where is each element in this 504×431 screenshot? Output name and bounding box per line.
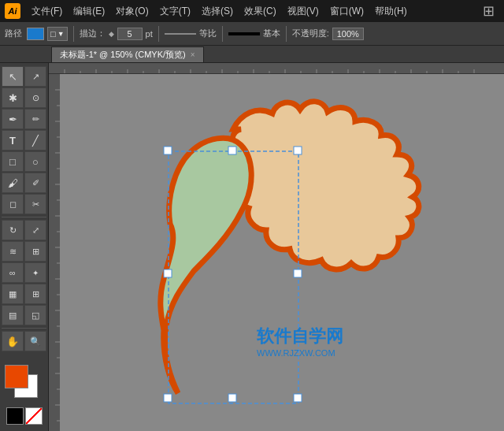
stroke-width-input[interactable] [117, 28, 143, 40]
handle-tl[interactable] [164, 147, 172, 154]
none-swatch[interactable] [6, 407, 24, 425]
color-stack [5, 365, 44, 404]
warp-tool[interactable]: ≋ [2, 241, 24, 262]
base-label: 基本 [263, 28, 280, 39]
fill-color-swatch[interactable] [27, 28, 44, 40]
menu-effect[interactable]: 效果(C) [239, 3, 281, 20]
stroke-style-thick[interactable] [228, 32, 260, 35]
dropdown-arrow: ▼ [57, 30, 65, 38]
scale-tool[interactable]: ⤢ [24, 220, 46, 240]
swatch-mini-row [5, 407, 43, 425]
menu-view[interactable]: 视图(V) [283, 3, 324, 20]
tool-separator-2 [2, 328, 46, 329]
rotate-tool[interactable]: ↻ [2, 220, 24, 240]
handle-bl[interactable] [164, 394, 172, 402]
free-transform-tool[interactable]: ⊞ [24, 241, 46, 262]
magic-wand-tool[interactable]: ✱ [2, 87, 24, 108]
tool-row-12: ▤ ◱ [2, 305, 46, 325]
brush-tool[interactable]: 🖌 [2, 173, 24, 193]
tool-row-3: ✒ ✏ [2, 109, 46, 129]
tool-row-13: ✋ 🔍 [2, 331, 46, 351]
tool-row-2: ✱ ⊙ [2, 87, 46, 108]
ellipse-tool[interactable]: ○ [24, 151, 46, 172]
ruler-left-svg [49, 74, 60, 431]
toolbar-sep-3 [222, 26, 223, 42]
handle-br[interactable] [294, 394, 302, 402]
canvas-content: 软件自学网 WWW.RJZXW.COM [60, 74, 504, 431]
menu-window[interactable]: 窗口(W) [325, 3, 369, 20]
blend-tool[interactable]: ∞ [2, 262, 24, 283]
zoom-tool[interactable]: 🔍 [24, 331, 46, 351]
menu-bar: 文件(F) 编辑(E) 对象(O) 文字(T) 选择(S) 效果(C) 视图(V… [27, 3, 412, 20]
equal-label: 等比 [199, 28, 217, 39]
toolbar-sep-4 [286, 26, 287, 42]
handle-ml[interactable] [164, 269, 172, 277]
grid-icon[interactable]: ⊞ [483, 2, 495, 20]
path-label: 路径 [5, 28, 22, 39]
transparent-swatch[interactable] [25, 407, 43, 425]
lasso-tool[interactable]: ⊙ [24, 87, 46, 108]
rect-tool[interactable]: □ [2, 151, 24, 172]
handle-mb[interactable] [228, 394, 236, 402]
chart-tool[interactable]: ▤ [2, 305, 24, 325]
eraser-tool[interactable]: ◻ [2, 194, 24, 214]
tool-row-5: □ ○ [2, 151, 46, 172]
handle-mt[interactable] [228, 147, 236, 154]
hand-tool[interactable]: ✋ [2, 331, 24, 351]
pen-sub-tool[interactable]: ✏ [24, 109, 46, 129]
toolbox: ↖ ↗ ✱ ⊙ ✒ ✏ T ╱ □ ○ 🖌 ✐ ◻ ✂ ↻ ⤢ [0, 63, 49, 431]
pen-tool[interactable]: ✒ [2, 109, 24, 129]
eyedropper-tool[interactable]: ✦ [24, 262, 46, 283]
pencil-tool[interactable]: ✐ [24, 173, 46, 193]
stroke-style-solid[interactable] [165, 33, 196, 35]
selection-tool[interactable]: ↖ [2, 66, 24, 87]
main-area: ↖ ↗ ✱ ⊙ ✒ ✏ T ╱ □ ○ 🖌 ✐ ◻ ✂ ↻ ⤢ [0, 63, 504, 431]
gradient-tool[interactable]: ▦ [2, 284, 24, 304]
tool-row-10: ∞ ✦ [2, 262, 46, 283]
slice-tool[interactable]: ◱ [24, 305, 46, 325]
tool-row-6: 🖌 ✐ [2, 173, 46, 193]
watermark-text: 软件自学网 [256, 326, 343, 346]
handle-mr[interactable] [294, 269, 302, 277]
foreground-color-swatch[interactable] [5, 365, 28, 388]
handle-tr[interactable] [294, 147, 302, 154]
mesh-tool[interactable]: ⊞ [24, 284, 46, 304]
text-tool[interactable]: T [2, 130, 24, 150]
ai-logo-icon: Ai [5, 3, 20, 19]
scissors-tool[interactable]: ✂ [24, 194, 46, 214]
window-controls: ⊞ [483, 2, 499, 20]
leaf-shape [161, 138, 251, 393]
canvas-area[interactable]: 软件自学网 WWW.RJZXW.COM [49, 63, 504, 431]
tool-row-8: ↻ ⤢ [2, 220, 46, 240]
tool-row-1: ↖ ↗ [2, 66, 46, 87]
watermark-url: WWW.RJZXW.COM [257, 348, 335, 358]
options-toolbar: 路径 □ ▼ 描边： ◆ pt 等比 基本 不透明度: [0, 22, 504, 46]
tab-bar: 未标题-1* @ 150% (CMYK/预览) × [0, 46, 504, 63]
stroke-label: 描边： [80, 28, 106, 39]
toolbar-sep-2 [158, 26, 159, 42]
tool-row-9: ≋ ⊞ [2, 241, 46, 262]
menu-help[interactable]: 帮助(H) [370, 3, 412, 20]
tab-close-button[interactable]: × [191, 50, 195, 59]
line-tool[interactable]: ╱ [24, 130, 46, 150]
menu-object[interactable]: 对象(O) [111, 3, 153, 20]
toolbar-sep-1 [73, 26, 74, 42]
opacity-label: 不透明度: [292, 28, 329, 39]
fill-dropdown[interactable]: □ ▼ [47, 27, 68, 41]
svg-rect-28 [49, 74, 60, 431]
tool-row-11: ▦ ⊞ [2, 284, 46, 304]
color-swatches [2, 362, 46, 428]
direct-selection-tool[interactable]: ↗ [24, 66, 46, 87]
tool-separator [2, 217, 46, 217]
ruler-top [49, 63, 504, 74]
tool-row-7: ◻ ✂ [2, 194, 46, 214]
menu-edit[interactable]: 编辑(E) [69, 3, 109, 20]
artwork-svg: 软件自学网 WWW.RJZXW.COM [76, 90, 469, 431]
opacity-input[interactable] [332, 28, 364, 40]
menu-file[interactable]: 文件(F) [27, 3, 67, 20]
menu-select[interactable]: 选择(S) [197, 3, 238, 20]
menu-text[interactable]: 文字(T) [155, 3, 195, 20]
document-tab[interactable]: 未标题-1* @ 150% (CMYK/预览) × [51, 46, 204, 62]
ruler-top-svg [49, 63, 504, 74]
tab-title: 未标题-1* @ 150% (CMYK/预览) [60, 49, 186, 61]
